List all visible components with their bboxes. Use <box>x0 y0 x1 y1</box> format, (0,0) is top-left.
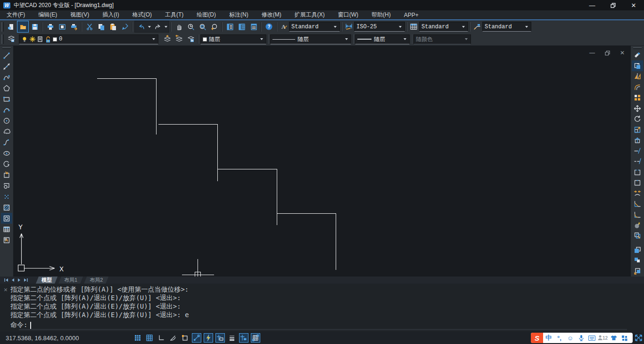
polar-toggle[interactable] <box>168 333 178 343</box>
break-at-point-button[interactable] <box>632 177 643 188</box>
chamfer-button[interactable] <box>632 199 643 209</box>
undo-button[interactable] <box>135 21 147 33</box>
mleader-style-combo[interactable]: Standard <box>482 22 531 32</box>
insert-block-button[interactable] <box>1 169 12 180</box>
first-tab-button[interactable] <box>3 277 9 283</box>
construction-line-button[interactable] <box>1 61 12 72</box>
point-button[interactable] <box>1 191 12 202</box>
mdi-restore-button[interactable] <box>603 50 611 56</box>
mirror-button[interactable] <box>632 71 643 82</box>
menu-file[interactable]: 文件(F) <box>0 10 32 19</box>
menu-tools[interactable]: 工具(T) <box>158 10 190 19</box>
lineweight-combo[interactable]: 随层 <box>355 34 410 44</box>
otrack-toggle[interactable] <box>204 333 213 343</box>
move-button[interactable] <box>632 103 643 113</box>
menu-format[interactable]: 格式(O) <box>126 10 158 19</box>
lineweight-toggle[interactable] <box>227 333 237 343</box>
layer-combo[interactable]: 0 <box>19 34 158 44</box>
dyn-toggle[interactable] <box>239 333 248 343</box>
redo-dropdown[interactable] <box>165 26 167 28</box>
zoom-window-button[interactable] <box>197 21 208 33</box>
copy-clip-button[interactable] <box>95 21 107 33</box>
save-button[interactable] <box>29 21 41 33</box>
rotate-button[interactable] <box>632 114 643 124</box>
undo-dropdown[interactable] <box>148 26 151 28</box>
offset-button[interactable] <box>632 82 643 92</box>
text-style-combo[interactable]: Standard <box>289 22 340 32</box>
command-splitter[interactable] <box>19 329 627 330</box>
minimize-button[interactable]: — <box>582 0 603 10</box>
trim-button[interactable] <box>632 145 643 156</box>
grid-toggle[interactable] <box>145 333 154 343</box>
ime-keyboard-button[interactable] <box>586 333 597 343</box>
prev-tab-button[interactable] <box>9 277 16 283</box>
match-properties-button[interactable] <box>119 21 131 33</box>
fillet-button[interactable] <box>632 209 643 219</box>
help-button[interactable]: ? <box>263 21 275 33</box>
open-button[interactable] <box>17 21 29 33</box>
ortho-toggle[interactable] <box>157 333 166 343</box>
ellipse-arc-button[interactable] <box>1 159 12 169</box>
cut-button[interactable] <box>83 21 95 33</box>
mdi-close-button[interactable]: ✕ <box>619 50 626 56</box>
pan-button[interactable] <box>173 21 185 33</box>
tab-layout2[interactable]: 布局2 <box>84 277 108 284</box>
menu-app-plus[interactable]: APP+ <box>397 10 425 19</box>
drawing-canvas[interactable]: Y X — ✕ <box>13 46 631 277</box>
mdi-minimize-button[interactable]: — <box>588 50 596 56</box>
menu-dimension[interactable]: 标注(N) <box>223 10 255 19</box>
join-button[interactable] <box>632 188 643 198</box>
tab-model[interactable]: 模型 <box>36 277 58 284</box>
restore-button[interactable] <box>603 0 623 10</box>
circle-button[interactable] <box>1 115 12 126</box>
menu-modify[interactable]: 修改(M) <box>255 10 288 19</box>
quick-properties-toggle[interactable] <box>251 333 260 343</box>
new-button[interactable] <box>5 21 17 33</box>
paste-button[interactable] <box>107 21 119 33</box>
dim-style-combo[interactable]: ISO-25 <box>354 22 405 32</box>
ducs-toggle[interactable] <box>215 333 225 343</box>
scale-button[interactable] <box>632 124 643 134</box>
block-edit-button[interactable] <box>632 230 643 241</box>
menu-help[interactable]: 帮助(H) <box>365 10 397 19</box>
plot-button[interactable] <box>44 21 56 33</box>
rectangle-button[interactable] <box>1 93 12 104</box>
linetype-combo[interactable]: 随层 <box>270 34 351 44</box>
toolbar-grip[interactable] <box>2 47 11 49</box>
make-block-button[interactable] <box>1 180 12 191</box>
menu-edit[interactable]: 编辑(E) <box>32 10 64 19</box>
design-center-button[interactable] <box>236 21 248 33</box>
table-style-combo[interactable]: Standard <box>419 22 468 32</box>
osnap-toggle[interactable] <box>192 333 201 343</box>
table-button[interactable] <box>1 224 12 235</box>
draw-order-button[interactable] <box>632 266 643 276</box>
ime-skin-button[interactable]: 12 <box>597 333 608 343</box>
layer-previous-button[interactable] <box>173 34 185 45</box>
plot-preview-button[interactable] <box>56 21 68 33</box>
snap-toggle[interactable] <box>133 333 142 343</box>
ellipse-button[interactable] <box>1 148 12 159</box>
ime-toolbox-button[interactable] <box>619 333 630 343</box>
redo-button[interactable] <box>152 21 164 33</box>
polyline-button[interactable] <box>1 72 12 83</box>
spline-button[interactable] <box>1 137 12 148</box>
toolbar-grip[interactable] <box>633 47 642 49</box>
menu-view[interactable]: 视图(V) <box>64 10 96 19</box>
zoom-realtime-button[interactable] <box>185 21 197 33</box>
ime-emoji-button[interactable]: ☺ <box>565 333 576 343</box>
region-button[interactable] <box>1 213 12 224</box>
command-window[interactable]: ✕ 指定第二点的位移或者 [阵列(A)] <使用第一点当做位移>: 指定第二个点… <box>0 284 644 332</box>
arc-button[interactable] <box>1 104 12 115</box>
last-tab-button[interactable] <box>23 277 29 283</box>
break-button[interactable] <box>632 167 643 177</box>
explode-button[interactable] <box>632 220 643 230</box>
line-button[interactable] <box>1 50 12 61</box>
color-combo[interactable]: 随层 <box>200 34 266 44</box>
array-button[interactable] <box>632 92 643 103</box>
menu-express[interactable]: 扩展工具(X) <box>288 10 331 19</box>
bring-to-front-button[interactable] <box>632 245 643 255</box>
toolbar-grip[interactable] <box>1 22 4 32</box>
properties-button[interactable] <box>224 21 236 33</box>
menu-insert[interactable]: 插入(I) <box>96 10 125 19</box>
send-to-back-button[interactable] <box>632 255 643 266</box>
